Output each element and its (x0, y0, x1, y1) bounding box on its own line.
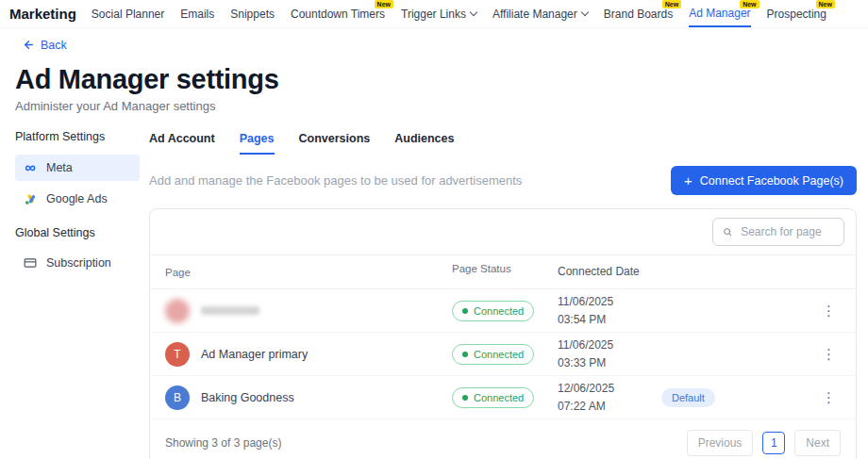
status-badge: Connected (452, 387, 534, 408)
connect-facebook-pages-button[interactable]: + Connect Facebook Page(s) (671, 166, 857, 195)
search-input[interactable] (739, 224, 834, 239)
back-link[interactable]: Back (23, 39, 67, 52)
status-dot-icon (462, 352, 468, 357)
sidebar-heading-platform-settings: Platform Settings (15, 130, 149, 143)
top-navigation: Marketing Social Planner Emails Snippets… (0, 0, 868, 28)
table-row: B Baking Goodness Connected 12/06/2025 0… (150, 376, 856, 419)
column-header-page: Page (165, 263, 452, 281)
nav-label: Brand Boards (604, 8, 673, 21)
new-badge: New (740, 0, 759, 8)
table-row: Connected 11/06/2025 03:54 PM ⋮ (150, 289, 856, 333)
settings-tabs: Ad Account Pages Conversions Audiences (149, 128, 857, 155)
sidebar-item-google-ads[interactable]: Google Ads (15, 187, 140, 211)
search-input-wrapper (712, 218, 844, 246)
sidebar-item-subscription[interactable]: Subscription (15, 251, 140, 275)
kebab-menu-icon[interactable]: ⋮ (817, 344, 841, 364)
nav-label: Countdown Timers (291, 8, 385, 21)
nav-item-affiliate-manager[interactable]: Affiliate Manager (492, 0, 588, 27)
nav-item-emails[interactable]: Emails (180, 0, 214, 27)
previous-page-button[interactable]: Previous (687, 430, 754, 456)
nav-item-prospecting[interactable]: ProspectingNew (767, 0, 826, 27)
section-header-row: Add and manage the Facebook pages to be … (149, 166, 857, 195)
new-badge: New (375, 0, 393, 8)
nav-item-social-planner[interactable]: Social Planner (92, 0, 164, 27)
nav-label: Affiliate Manager (492, 8, 577, 21)
status-badge: Connected (452, 344, 534, 365)
tab-audiences[interactable]: Audiences (394, 128, 454, 155)
nav-item-countdown-timers[interactable]: Countdown TimersNew (291, 0, 385, 27)
page-header: Back Ad Manager settings Administer your… (0, 28, 868, 113)
tab-pages[interactable]: Pages (240, 128, 275, 155)
date-cell: 11/06/2025 03:54 PM (558, 293, 661, 329)
avatar (165, 299, 190, 323)
plus-icon: + (684, 173, 693, 188)
back-arrow-icon (23, 39, 35, 51)
column-header-badge-spacer (661, 263, 812, 281)
chevron-down-icon (581, 8, 589, 15)
table-footer: Showing 3 of 3 page(s) Previous 1 Next (150, 419, 856, 459)
redacted-page-name (201, 306, 259, 315)
connected-time: 07:22 AM (558, 398, 661, 416)
column-header-menu-spacer (812, 263, 841, 281)
connected-time: 03:54 PM (558, 311, 661, 329)
page-cell: T Ad Manager primary (165, 342, 452, 367)
column-header-page-status: Page Status (452, 263, 558, 281)
nav-item-brand-boards[interactable]: Brand BoardsNew (604, 0, 673, 27)
nav-item-snippets[interactable]: Snippets (230, 0, 275, 27)
nav-item-ad-manager[interactable]: Ad ManagerNew (689, 0, 750, 27)
main-content: Ad Account Pages Conversions Audiences A… (149, 128, 857, 459)
table-row: T Ad Manager primary Connected 11/06/202… (150, 333, 856, 376)
status-label: Connected (474, 392, 524, 403)
date-cell: 11/06/2025 03:33 PM (558, 336, 661, 372)
page-name: Baking Goodness (201, 391, 294, 404)
nav-item-trigger-links[interactable]: Trigger Links (401, 0, 476, 27)
status-dot-icon (462, 308, 468, 314)
google-ads-icon (23, 193, 38, 205)
sidebar-item-meta[interactable]: ∞ Meta (15, 155, 140, 181)
status-cell: Connected (452, 344, 558, 365)
pagination: Previous 1 Next (687, 430, 841, 456)
tab-ad-account[interactable]: Ad Account (149, 128, 215, 155)
meta-infinity-icon: ∞ (23, 160, 38, 175)
page-cell: B Baking Goodness (165, 385, 452, 410)
page-name: Ad Manager primary (201, 348, 308, 361)
status-cell: Connected (452, 387, 558, 408)
nav-label: Prospecting (767, 8, 826, 21)
avatar: B (165, 385, 190, 410)
page-number-button[interactable]: 1 (762, 432, 785, 454)
column-header-connected-date: Connected Date (558, 263, 661, 281)
credit-card-icon (23, 256, 38, 270)
sidebar-item-label: Google Ads (46, 192, 108, 205)
menu-cell: ⋮ (812, 389, 841, 406)
new-badge: New (662, 0, 681, 8)
kebab-menu-icon[interactable]: ⋮ (817, 387, 841, 407)
section-description: Add and manage the Facebook pages to be … (149, 173, 522, 188)
nav-label: Trigger Links (401, 8, 466, 21)
content-layout: Platform Settings ∞ Meta Google Ads Glob… (0, 113, 868, 459)
pages-table-card: Page Page Status Connected Date Connecte… (149, 208, 857, 459)
search-icon (723, 226, 732, 238)
new-badge: New (816, 0, 835, 8)
default-badge: Default (661, 388, 715, 407)
page-title: Ad Manager settings (15, 64, 853, 95)
connected-date: 11/06/2025 (558, 293, 661, 311)
sidebar-heading-global-settings: Global Settings (15, 226, 149, 239)
nav-label: Emails (180, 8, 214, 21)
table-header-row: Page Page Status Connected Date (150, 255, 856, 289)
nav-label: Snippets (230, 8, 275, 21)
menu-cell: ⋮ (812, 346, 841, 363)
badge-cell: Default (661, 388, 812, 407)
rows-summary: Showing 3 of 3 page(s) (165, 436, 281, 450)
status-dot-icon (462, 395, 468, 401)
tab-conversions[interactable]: Conversions (299, 128, 371, 155)
page-subtitle: Administer your Ad Manager settings (15, 99, 853, 113)
chevron-down-icon (470, 8, 477, 15)
status-cell: Connected (452, 301, 558, 321)
connected-time: 03:33 PM (558, 354, 661, 372)
connect-button-label: Connect Facebook Page(s) (700, 174, 843, 188)
date-cell: 12/06/2025 07:22 AM (558, 380, 661, 416)
connected-date: 12/06/2025 (558, 380, 661, 398)
next-page-button[interactable]: Next (794, 430, 841, 456)
sidebar-item-label: Subscription (46, 256, 111, 270)
kebab-menu-icon[interactable]: ⋮ (817, 301, 841, 320)
